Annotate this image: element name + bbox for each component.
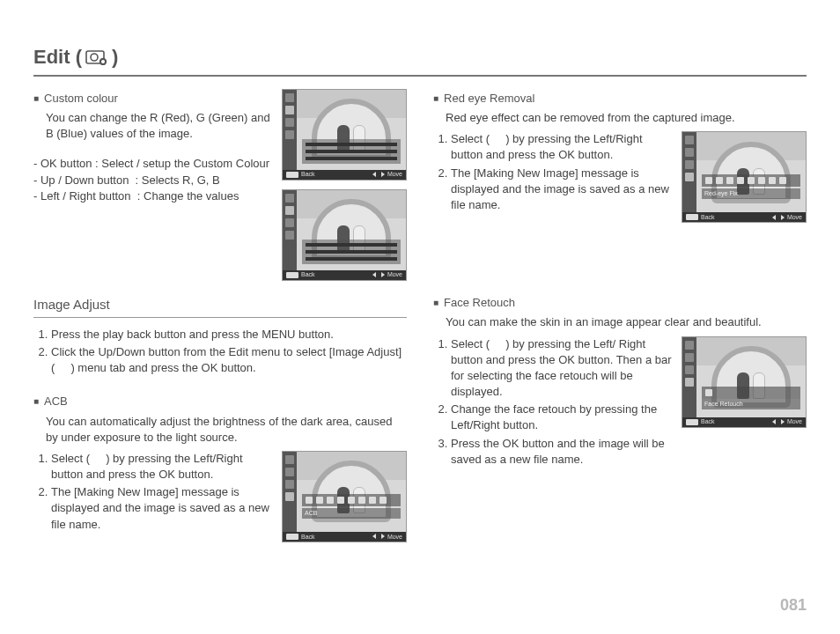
arrows-icon bbox=[372, 271, 385, 278]
footer-back: Back bbox=[701, 213, 715, 222]
arrows-icon bbox=[772, 214, 785, 221]
footer-move: Move bbox=[387, 270, 402, 279]
edit-icon bbox=[85, 49, 108, 65]
footer-back: Back bbox=[301, 270, 315, 279]
face-thumb: Face Retouch Back Move bbox=[682, 336, 807, 428]
arrows-icon bbox=[372, 171, 385, 178]
image-adjust-heading: Image Adjust bbox=[33, 295, 407, 318]
footer-back: Back bbox=[301, 533, 315, 542]
footer-move: Move bbox=[387, 170, 402, 179]
footer-move: Move bbox=[787, 417, 802, 426]
custom-colour-heading: Custom colour bbox=[44, 91, 118, 107]
face-step-1: Select ( ) by pressing the Left/ Right b… bbox=[451, 336, 673, 401]
menu-icon bbox=[286, 534, 298, 540]
menu-icon bbox=[286, 172, 298, 178]
footer-move: Move bbox=[787, 213, 802, 222]
acb-steps: Select ( ) by pressing the Left/Right bu… bbox=[33, 451, 273, 533]
svg-point-1 bbox=[91, 54, 98, 61]
acb-desc: You can automatically adjust the brightn… bbox=[46, 414, 407, 446]
face-steps: Select ( ) by pressing the Left/ Right b… bbox=[433, 336, 673, 468]
image-adjust-steps: Press the play back button and press the… bbox=[33, 327, 407, 377]
arrows-icon bbox=[372, 533, 385, 540]
footer-back: Back bbox=[701, 417, 715, 426]
redeye-thumb: Red-eye Fix Back Move bbox=[682, 131, 807, 223]
title-pre: Edit ( bbox=[33, 44, 82, 71]
menu-icon bbox=[286, 272, 298, 278]
custom-colour-thumb-2: Back Move bbox=[282, 189, 407, 281]
custom-colour-line-3: - Left / Right button : Change the value… bbox=[33, 188, 273, 204]
face-step-2: Change the face retouch by pressing the … bbox=[451, 402, 673, 433]
acb-heading: ACB bbox=[44, 394, 68, 409]
face-desc: You can make the skin in an image appear… bbox=[446, 314, 807, 330]
menu-icon bbox=[686, 214, 698, 220]
right-column: ■ Red eye Removal Red eye effect can be … bbox=[433, 89, 807, 542]
face-heading: Face Retouch bbox=[444, 295, 515, 311]
redeye-heading: Red eye Removal bbox=[444, 91, 534, 107]
custom-colour-thumb-1: Back Move bbox=[282, 89, 407, 181]
arrows-icon bbox=[772, 418, 785, 425]
footer-back: Back bbox=[301, 170, 315, 179]
bullet-icon: ■ bbox=[433, 92, 438, 105]
menu-icon bbox=[686, 419, 698, 425]
custom-colour-line-2: - Up / Down button : Selects R, G, B bbox=[33, 173, 273, 188]
page-title: Edit ( ) bbox=[33, 44, 807, 77]
image-adjust-step-1: Press the play back button and press the… bbox=[51, 327, 407, 343]
svg-point-3 bbox=[101, 60, 105, 63]
face-step-3: Press the OK button and the image will b… bbox=[451, 436, 673, 468]
left-column: ■ Custom colour You can change the R (Re… bbox=[33, 89, 407, 542]
redeye-desc: Red eye effect can be removed from the c… bbox=[446, 110, 807, 126]
acb-strip-label: ACB bbox=[302, 508, 401, 519]
title-post: ) bbox=[112, 44, 118, 71]
acb-thumb: ACB Back Move bbox=[282, 451, 407, 542]
custom-colour-desc: You can change the R (Red), G (Green) an… bbox=[46, 110, 273, 142]
bullet-icon: ■ bbox=[33, 395, 39, 408]
redeye-steps: Select ( ) by pressing the Left/Right bu… bbox=[433, 131, 673, 213]
footer-move: Move bbox=[387, 533, 402, 542]
bullet-icon: ■ bbox=[33, 92, 39, 105]
acb-step-2: The [Making New Image] message is displa… bbox=[51, 484, 273, 533]
acb-step-1: Select ( ) by pressing the Left/Right bu… bbox=[51, 451, 273, 483]
bullet-icon: ■ bbox=[433, 297, 438, 309]
redeye-step-2: The [Making New Image] message is displa… bbox=[451, 166, 673, 214]
redeye-strip-label: Red-eye Fix bbox=[702, 188, 800, 199]
face-strip-label: Face Retouch bbox=[702, 399, 800, 409]
image-adjust-step-2: Click the Up/Down button from the Edit m… bbox=[51, 344, 407, 376]
custom-colour-line-1: - OK button : Select / setup the Custom … bbox=[33, 156, 273, 172]
redeye-step-1: Select ( ) by pressing the Left/Right bu… bbox=[451, 131, 673, 163]
page-number: 081 bbox=[780, 594, 807, 616]
